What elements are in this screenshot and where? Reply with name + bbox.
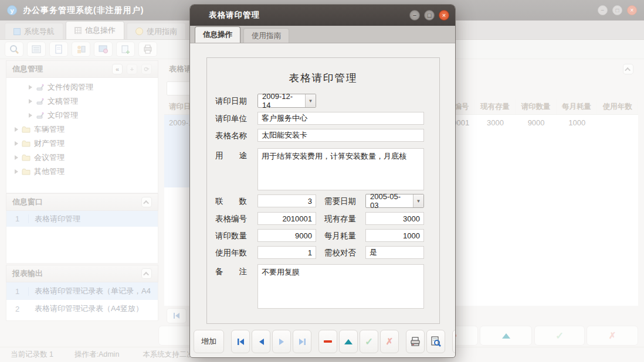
form-no-input[interactable]: 2010001: [257, 212, 316, 225]
form-print-dialog: 表格请印管理 − □ × 信息操作 使用指南 表格请印管理 请印日期 2009-…: [189, 4, 456, 358]
first-record-icon: [237, 339, 245, 345]
need-date-label: 需要日期: [324, 196, 356, 207]
next-record-icon: [279, 339, 285, 345]
confirm-button[interactable]: ✓: [360, 330, 378, 353]
dropdown-arrow-icon[interactable]: ▼: [305, 94, 316, 107]
request-date-value: 2009-12-14: [258, 92, 305, 110]
prev-record-icon: [258, 339, 265, 345]
monthly-input[interactable]: 1000: [365, 229, 424, 242]
tab-label: 信息操作: [203, 30, 232, 40]
last-record-icon: [299, 339, 306, 345]
qty-label: 请印数量: [215, 231, 247, 241]
last-record-button[interactable]: [293, 330, 311, 353]
form-panel: 表格请印管理 请印日期 2009-12-14 ▼ 请印单位 客户服务中心 表格名…: [206, 57, 440, 324]
request-date-combobox[interactable]: 2009-12-14 ▼: [257, 94, 316, 108]
monthly-label: 每月耗量: [324, 231, 356, 241]
dropdown-arrow-icon[interactable]: ▼: [413, 194, 423, 207]
prev-record-button[interactable]: [252, 330, 270, 353]
unit-label: 请印单位: [215, 114, 247, 124]
next-record-button[interactable]: [272, 330, 291, 353]
minus-icon: [324, 340, 332, 343]
form-no-label: 表格编号: [215, 214, 247, 224]
dialog-titlebar[interactable]: 表格请印管理 − □ ×: [190, 5, 455, 26]
form-heading: 表格请印管理: [207, 71, 439, 85]
copies-label: 联 数: [215, 196, 247, 207]
purpose-label: 用 途: [215, 151, 247, 161]
remark-textarea[interactable]: 不要用复膜: [257, 264, 424, 309]
unit-input[interactable]: 客户服务中心: [257, 112, 424, 125]
need-date-combobox[interactable]: 2005-05-03 ▼: [365, 194, 424, 208]
add-button[interactable]: 增加: [194, 330, 224, 353]
cancel-button[interactable]: ✗: [380, 330, 399, 353]
delete-record-button[interactable]: [318, 330, 337, 353]
years-input[interactable]: 1: [257, 246, 316, 259]
dialog-toolbar: 增加 ✓ ✗: [194, 329, 452, 354]
printer-icon: [410, 336, 421, 347]
first-record-button[interactable]: [231, 330, 250, 353]
proof-input[interactable]: 是: [365, 246, 424, 259]
dialog-tabbar: 信息操作 使用指南: [190, 26, 455, 43]
years-label: 使用年数: [215, 248, 247, 258]
execute-button[interactable]: [452, 330, 456, 353]
dialog-minimize-button[interactable]: −: [409, 10, 420, 21]
preview-icon: [431, 336, 441, 347]
dialog-tab-user-guide[interactable]: 使用指南: [243, 28, 289, 43]
dialog-maximize-button[interactable]: □: [424, 10, 435, 21]
cross-icon: ✗: [386, 336, 394, 347]
print-button[interactable]: [406, 330, 425, 353]
edit-record-button[interactable]: [339, 330, 358, 353]
stock-input[interactable]: 3000: [365, 212, 424, 225]
tab-label: 使用指南: [252, 31, 281, 41]
qty-input[interactable]: 9000: [257, 229, 316, 242]
check-icon: ✓: [365, 336, 373, 348]
triangle-up-icon: [344, 339, 352, 344]
dialog-close-button[interactable]: ×: [439, 10, 449, 21]
copies-input[interactable]: 3: [257, 194, 316, 207]
request-date-label: 请印日期: [215, 96, 247, 107]
proof-label: 需校对否: [324, 248, 356, 258]
screen: y 办公事务管理系统(非注册用户) − □ × 系统导航 信息操作 使用指南 关…: [0, 0, 644, 362]
purpose-textarea[interactable]: 用于结算安装费用，计算安装数量，月底核: [257, 148, 424, 190]
stock-label: 现有存量: [324, 214, 356, 224]
print-preview-button[interactable]: [426, 330, 445, 353]
form-name-label: 表格名称: [215, 131, 247, 141]
remark-label: 备 注: [215, 267, 247, 277]
dialog-title: 表格请印管理: [209, 10, 260, 21]
form-name-input[interactable]: 太阳能安装卡: [257, 129, 424, 142]
need-date-value: 2005-05-03: [366, 192, 413, 210]
dialog-tab-info-operation[interactable]: 信息操作: [195, 26, 240, 43]
